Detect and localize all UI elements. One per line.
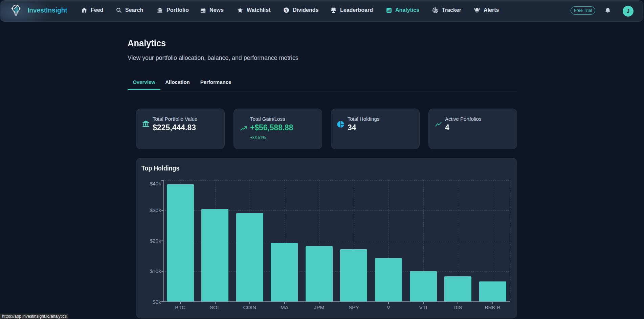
svg-text:$: $ <box>285 8 287 12</box>
